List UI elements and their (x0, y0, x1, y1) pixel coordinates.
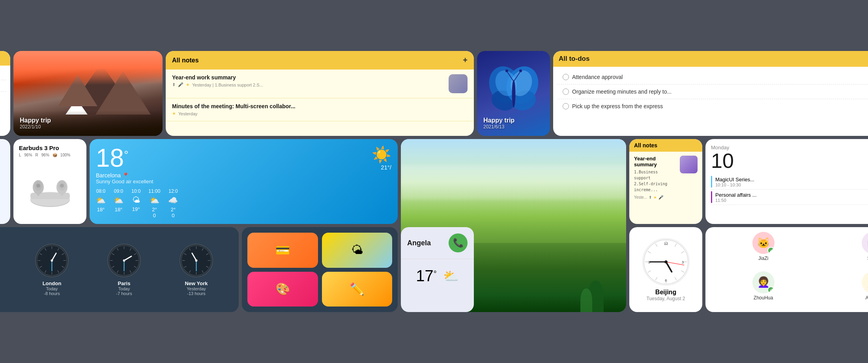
todo-item[interactable]: Attendance approval (557, 70, 868, 85)
notes-star: ★ (653, 195, 657, 199)
apps-widget: 💳 🌤 🎨 ✏️ (242, 227, 398, 312)
todo-item[interactable]: Organize meeting minutes and reply to... (557, 85, 868, 99)
contact-widget: Angela 📞 17 ° ⛅ (401, 227, 474, 312)
beijing-clock-face: 12 3 6 9 (642, 238, 690, 286)
svg-rect-17 (37, 192, 39, 196)
weather-desc: Rain Good... (0, 190, 5, 196)
notes-mic-icon: 🎤 (658, 195, 663, 199)
todo-item[interactable]: Pick up the express from the express (557, 99, 868, 113)
todo-small-items: Attendance... Organize... Go to the... (0, 66, 10, 106)
todo-item[interactable]: Go to the... (0, 92, 6, 103)
calendar-event-2[interactable]: Personal affairs ... 11:50 (711, 190, 868, 205)
contact-shuo[interactable]: 👩 ✓ Shuo (820, 232, 868, 268)
case-charge: 100% (60, 153, 71, 157)
mountain-title: Happy trip (20, 117, 51, 124)
avatar-shuo: 👩 ✓ (862, 232, 868, 254)
note-meta: ⬆ 🎤 ★ Yesterday | 1.Business support 2.S… (172, 82, 445, 87)
notes-meta: Yeste... ⬆ ★ 🎤 (634, 195, 698, 199)
clock-face-newyork (180, 244, 213, 277)
clock-city-paris: Paris (107, 280, 141, 286)
note-timestamp: Yesterday | 1.Business support 2.S... (192, 83, 263, 87)
notes-app-icon[interactable]: ✏️ (322, 272, 393, 307)
todo-item[interactable]: Attendance... (0, 69, 6, 80)
right-label: R (36, 153, 38, 157)
note-small-body1: 1.Business support (634, 169, 677, 181)
svg-point-20 (60, 184, 64, 188)
weather-high: 21°/ (372, 164, 391, 171)
butterfly-svg (486, 66, 541, 121)
todo-small-widget: All to-dos Attendance... Organize... Go … (0, 51, 10, 136)
clock-offset-newyork: -13 hours (180, 291, 213, 296)
hour-item: 08:0 ⛅ 18° (96, 188, 106, 218)
contact-angela[interactable]: 👩‍🦰 Angela (820, 271, 868, 308)
todo-checkbox[interactable] (563, 103, 569, 109)
note-small-body2: 2.Self-driving increme... (634, 181, 677, 193)
note-title-2: Minutes of the meeting: Multi-screen col… (172, 103, 468, 109)
todo-text: Pick up the express from the express (572, 103, 663, 109)
contact-temp: 17 (416, 267, 434, 285)
weather-cloud-icon: 🌧 (0, 176, 5, 189)
contact-name-angela: Angela (866, 295, 868, 301)
contact-zhouhua[interactable]: 👩‍🦱 ✓ ZhouHua (710, 271, 817, 308)
note-item-2[interactable]: Minutes of the meeting: Multi-screen col… (166, 98, 474, 121)
notes-small-header: All notes (629, 139, 702, 152)
weather-wide-city: Barcelona 📍 (96, 172, 153, 179)
weather-wide-unit: ° (124, 149, 128, 161)
hour-item: 12:0 ☁️ 2°0 (168, 188, 178, 218)
todo-checkbox[interactable] (563, 74, 569, 80)
note-mic-icon: 🎤 (178, 82, 183, 87)
notes-small-widget: All notes Year-end summary 1.Business su… (629, 139, 702, 224)
note-star: ★ (186, 82, 190, 87)
todo-item[interactable]: Organize... (0, 80, 6, 92)
svg-point-16 (36, 184, 40, 188)
contact-temp-unit: ° (434, 269, 437, 278)
clock-london: London Today -8 hours (35, 244, 69, 296)
weather-app-icon[interactable]: 🌤 (322, 233, 393, 268)
weather-wide-temp: 18 (96, 145, 124, 171)
wallet-app-icon[interactable]: 💳 (247, 233, 318, 268)
earbuds-title: Earbuds 3 Pro (19, 145, 81, 151)
clock-paris: Paris Today -7 hours (107, 244, 141, 296)
svg-point-69 (123, 259, 125, 261)
call-button[interactable]: 📞 (449, 233, 468, 252)
notes-thumb (680, 156, 698, 173)
weather-hourly: 08:0 ⛅ 18° 09:0 ⛅ 18° 10:0 🌤 19° 11:00 ⛅… (96, 188, 391, 218)
note-upload-icon: ⬆ (172, 82, 176, 87)
note-meta-2: ★ Yesterday (172, 111, 468, 116)
paint-app-icon[interactable]: 🎨 (247, 272, 318, 307)
todo-large-header: All to-dos + (553, 51, 868, 67)
note-title: Year-end work summary (172, 74, 445, 81)
hour-item: 09:0 ⛅ 18° (114, 188, 123, 218)
note-item-1[interactable]: Year-end work summary ⬆ 🎤 ★ Yesterday | … (166, 70, 474, 98)
clock-day-newyork: Yesterday (180, 286, 213, 291)
note-timestamp-2: Yesterday (178, 111, 198, 116)
beijing-clock-widget: 12 3 6 9 (629, 227, 702, 312)
notes-upload-icon: ⬆ (649, 195, 652, 199)
mountain-photo-widget: Happy trip 2022/1/10 (13, 51, 163, 136)
notes-small-content: Year-end summary 1.Business support 2.Se… (629, 152, 702, 203)
earbuds-battery: L 96% R 96% 📦 100% (19, 153, 81, 157)
butterfly-date: 2021/6/13 (483, 124, 514, 130)
calendar-widget: Monday 10 MagicUI Series... 10:10 - 10:3… (705, 139, 868, 224)
notes-add-button[interactable]: + (463, 56, 468, 65)
contact-jiazi[interactable]: 🐱 ✓ JiaZi (710, 232, 817, 268)
weather-wide-widget: 18 ° Barcelona 📍 Sunny Good air excellen… (90, 139, 398, 224)
event-time-2: 11:50 (715, 198, 757, 203)
hour-item: 11:00 ⛅ 2°0 (148, 188, 160, 218)
todo-text: Organize meeting minutes and reply to... (572, 88, 672, 95)
clock-city-london: London (35, 280, 69, 286)
event-color-bar-2 (711, 191, 712, 203)
event-title: MagicUI Series... (715, 177, 754, 182)
case-icon: 📦 (52, 153, 57, 157)
mountain-date: 2022/1/10 (20, 124, 51, 130)
clock-offset-paris: -7 hours (107, 291, 141, 296)
todo-text: Attendance approval (572, 74, 623, 80)
event-time: 10:10 - 10:30 (715, 182, 754, 187)
avatar-zhouhua: 👩‍🦱 ✓ (752, 271, 774, 293)
earbuds-image (19, 161, 81, 218)
contact-name-zhouhua: ZhouHua (754, 295, 773, 301)
todo-checkbox[interactable] (563, 88, 569, 95)
calendar-event-1[interactable]: MagicUI Series... 10:10 - 10:30 (711, 174, 868, 190)
clock-city-newyork: New York (180, 280, 213, 286)
svg-point-9 (505, 69, 508, 72)
